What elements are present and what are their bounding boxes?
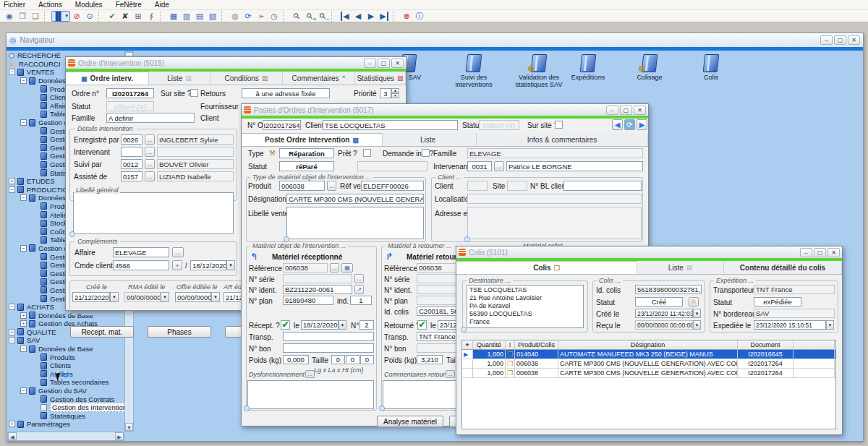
tab-statistiques[interactable]: Statistiques▨ (355, 72, 406, 85)
reference-lookup-button[interactable]: ... (330, 263, 339, 273)
libelle-general-textarea[interactable] (73, 192, 234, 234)
intervenant-lookup-button[interactable]: ... (145, 147, 155, 157)
tile-windows-icon[interactable]: ❏ (29, 11, 42, 22)
colis-contents-table[interactable]: ✦Quantité!Produit/ColisDésignationDocume… (461, 340, 836, 429)
desktop-icon-validation-des-statistiques-sav[interactable]: ⚙Validation desstatistiques SAV (509, 54, 569, 88)
enregistre-par-code[interactable]: 0026 (121, 134, 142, 145)
table-browse-icon[interactable]: ▦ (167, 11, 180, 22)
expediee-le-dropdown[interactable]: ▼ (826, 320, 834, 330)
noi-field[interactable]: I202017264 (263, 120, 301, 130)
validate-icon[interactable]: ✔ (106, 11, 119, 22)
pret-checkbox[interactable] (363, 149, 371, 157)
desktop-icon-colis[interactable]: Colis (688, 54, 734, 81)
attachment-icon[interactable]: ∮ (145, 11, 158, 22)
sur-site-checkbox[interactable] (555, 121, 563, 129)
colis-statut-action-button[interactable]: ⎘ (689, 297, 699, 306)
refresh-icon[interactable]: ⟳ (242, 11, 255, 22)
collapse-icon[interactable]: − (20, 245, 27, 252)
recept-date-dropdown[interactable]: ▼ (339, 320, 346, 330)
dysfonctionnement-button[interactable]: ... (305, 370, 315, 378)
type-field[interactable]: Réparation (279, 148, 334, 158)
close-button[interactable]: ✕ (634, 106, 646, 115)
tree-item-tables-secondaires[interactable]: Tables secondaires (7, 378, 124, 387)
table-row[interactable]: 1,000❒006038CARTE MP300 CMS (NOUVELLE GE… (462, 369, 835, 378)
ret-poids-field[interactable]: 3,210 (417, 355, 443, 364)
scroll-right-icon[interactable]: ▶ (115, 432, 124, 440)
libelle-vente-textarea[interactable] (286, 207, 424, 239)
scroll-down-icon[interactable]: ▼ (125, 423, 133, 431)
expand-icon[interactable]: + (9, 178, 15, 184)
bon-field[interactable] (283, 343, 374, 353)
collapse-icon[interactable]: − (20, 194, 27, 201)
minimize-button[interactable]: – (606, 106, 618, 115)
ident-field[interactable]: BZ211220-0061 (283, 285, 352, 294)
cmde-client-field[interactable]: 4566 (113, 260, 169, 270)
collapse-icon[interactable]: − (20, 77, 27, 84)
intervenant-lookup-button[interactable]: ... (494, 161, 504, 171)
maximize-button[interactable]: ▢ (620, 106, 632, 115)
intervenant-code[interactable] (121, 147, 142, 157)
menu-item-fichier[interactable]: Fichier (4, 1, 25, 9)
priorite-stepper[interactable]: ▲▼ (391, 88, 399, 98)
tree-item-param-trages[interactable]: +Paramétrages (7, 420, 124, 429)
table-edit-icon[interactable]: ▤ (193, 11, 206, 22)
taille-la-field[interactable]: 0 (346, 355, 359, 364)
minimize-button[interactable]: – (820, 35, 833, 45)
taille-ht-field[interactable]: 0 (360, 355, 374, 364)
minimize-button[interactable]: – (800, 248, 812, 257)
nav-next-icon[interactable]: ▶ (365, 11, 378, 22)
table-row[interactable]: ▶1,000❒014040AUTOMATE MANUFEED MK3 250 (… (462, 350, 835, 359)
offre-field[interactable]: 00/00/0000 (175, 292, 211, 302)
affaire-field[interactable]: ELEVAGE (113, 247, 169, 257)
search-plus-icon[interactable]: ⚲+ (303, 11, 316, 22)
poids-field[interactable]: 0,000 (283, 355, 309, 364)
tree-item-gestion-du-sav[interactable]: −Gestion du SAV (7, 387, 124, 395)
record-icon[interactable]: ◍ (229, 11, 242, 22)
menu-item-actions[interactable]: Actions (38, 1, 62, 9)
menu-item-fenêtre[interactable]: FeNêtre (116, 1, 142, 9)
collapse-icon[interactable]: − (20, 346, 27, 352)
close-button[interactable]: ✕ (848, 35, 860, 45)
clock-icon[interactable]: ◷ (268, 11, 281, 22)
ordre-no-field[interactable]: I202017264 (106, 88, 154, 98)
taille-lg-field[interactable]: 0 (331, 355, 345, 364)
pause-flag-button[interactable]: ▐▌▼ (51, 11, 70, 22)
id-colis-field[interactable]: 5618398000032781, C200181 (635, 285, 702, 294)
retourne-checkbox[interactable]: ✔ (417, 320, 427, 330)
expediee-le-field[interactable]: 23/12/2020 15:10:51 (754, 320, 826, 330)
suivi-par-lookup-button[interactable]: ... (145, 159, 155, 169)
power-icon[interactable]: ⊙ (83, 11, 96, 22)
close-button[interactable]: ✕ (827, 248, 840, 257)
cree-le-field[interactable]: 23/12/2020 11:42:03 (635, 309, 693, 318)
cree-le-field[interactable]: 21/12/2020 (72, 292, 110, 302)
collapse-icon[interactable]: − (9, 304, 15, 310)
analyse-materiel-button[interactable]: Analyse matériel (377, 416, 443, 427)
close-button[interactable]: ✕ (391, 59, 404, 68)
tree-item-donn-es-de-base[interactable]: −Données de Base (7, 345, 124, 353)
tree-item-produits[interactable]: Produits (7, 353, 124, 361)
dysfonctionnement-textarea[interactable] (247, 380, 374, 409)
postes-titlebar[interactable]: Postes d'Ordres d'Intervention (5017) – … (242, 104, 648, 116)
offre-dropdown[interactable]: ▼ (211, 292, 220, 302)
demande-info-checkbox[interactable] (422, 149, 430, 157)
tab-liste[interactable]: Liste▤ (637, 261, 724, 274)
cascade-windows-icon[interactable]: ❐ (16, 11, 29, 22)
tab-contenu-detaille[interactable]: Contenu détaillé du colis (724, 261, 842, 274)
table-grid-icon[interactable]: ▧ (206, 11, 219, 22)
tree-item-gestion-des-interventions[interactable]: Gestion des Interventions (7, 403, 124, 412)
produit-lookup-button[interactable]: ... (327, 181, 336, 191)
desktop-icon-colisage[interactable]: ⚙Colisage (626, 54, 673, 81)
cmde-date-field[interactable]: 18/12/2020 (190, 260, 226, 270)
prev-record-button[interactable]: ◀ (612, 119, 623, 130)
stop-icon[interactable]: ⊗ (400, 11, 413, 22)
menu-item-aide[interactable]: Aide (155, 1, 169, 9)
printer-icon[interactable]: ⊞ (132, 11, 145, 22)
priorite-field[interactable]: 3 (380, 88, 391, 98)
tab-colis[interactable]: Colis❒ (456, 261, 637, 274)
cancel-icon[interactable]: ✘ (119, 11, 132, 22)
desktop-icon-exp-ditions[interactable]: Expéditions (565, 54, 611, 81)
recu-le-dropdown[interactable]: ▼ (693, 320, 701, 330)
search-icon[interactable]: ⚲ (290, 11, 303, 22)
phases-button[interactable]: Phases (148, 326, 211, 338)
tab-infos-commentaires[interactable]: Infos & commentaires (477, 133, 648, 146)
